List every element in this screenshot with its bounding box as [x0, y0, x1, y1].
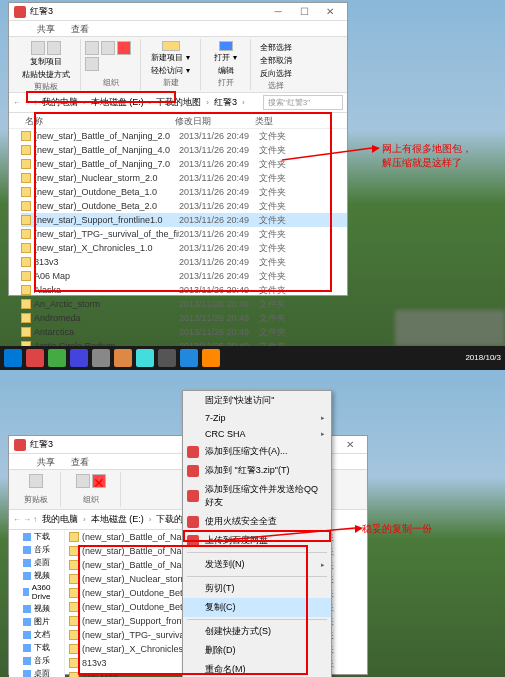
menu-item[interactable]: 添加到压缩文件(A)...: [183, 442, 331, 461]
file-row[interactable]: A06 Map2013/11/26 20:49文件夹: [21, 269, 347, 283]
copy-to-icon[interactable]: [101, 41, 115, 55]
file-name: (new_star)_X_Chronicles_1.0: [34, 243, 179, 253]
start-icon[interactable]: [4, 349, 22, 367]
minimize-button[interactable]: ─: [266, 5, 290, 19]
back-icon[interactable]: ←: [13, 98, 21, 107]
file-row[interactable]: (new_star)_X_Chronicles_1.02013/11/26 20…: [21, 241, 347, 255]
tb-app6[interactable]: [136, 349, 154, 367]
paste-shortcut[interactable]: 粘贴快捷方式: [18, 68, 74, 81]
bc-disk[interactable]: 本地磁盘 (E:): [88, 95, 147, 110]
sidebar-item[interactable]: 视频: [9, 602, 64, 615]
hdr-date[interactable]: 修改日期: [171, 113, 251, 128]
file-row[interactable]: (new_star)_Battle_of_Nanjing_2.02013/11/…: [21, 129, 347, 143]
tab-share[interactable]: 共享: [29, 21, 63, 36]
sidebar[interactable]: 下载音乐桌面视频A360 Drive视频图片文档下载音乐桌面本地磁盘 (C:)本…: [9, 530, 65, 677]
folder-icon: [21, 243, 31, 253]
copy-items[interactable]: 复制项目: [26, 55, 66, 68]
tb-app3[interactable]: [70, 349, 88, 367]
file-row[interactable]: (new_star)_Outdone_Beta_2.02013/11/26 20…: [21, 199, 347, 213]
sidebar-item[interactable]: 图片: [9, 615, 64, 628]
tb-app4[interactable]: [92, 349, 110, 367]
invert-select[interactable]: 反向选择: [256, 67, 296, 80]
file-row[interactable]: Antarctica2013/11/26 20:49文件夹: [21, 325, 347, 339]
tb-app9[interactable]: [202, 349, 220, 367]
file-date: 2013/11/26 20:49: [179, 243, 259, 253]
menu-separator: [187, 576, 327, 577]
sidebar-item[interactable]: A360 Drive: [9, 582, 64, 602]
fwd-icon[interactable]: →: [23, 98, 31, 107]
close-button[interactable]: ✕: [318, 5, 342, 19]
select-all[interactable]: 全部选择: [256, 41, 296, 54]
move-icon[interactable]: [76, 474, 90, 488]
file-row[interactable]: (new_star)_TPG-_survival_of_the_fittest2…: [21, 227, 347, 241]
paste-icon[interactable]: [47, 41, 61, 55]
taskbar-date[interactable]: 2018/10/3: [465, 354, 501, 362]
sidebar-item[interactable]: 桌面: [9, 667, 64, 677]
bc-pc[interactable]: 我的电脑: [39, 95, 81, 110]
pin-icon[interactable]: [29, 474, 43, 488]
menu-item[interactable]: 固定到"快速访问": [183, 391, 331, 410]
taskbar[interactable]: 2018/10/3: [0, 346, 505, 370]
tb-app7[interactable]: [158, 349, 176, 367]
delete-icon[interactable]: ✕: [92, 474, 106, 488]
menu-item[interactable]: 7-Zip: [183, 410, 331, 426]
maximize-button[interactable]: ☐: [292, 5, 316, 19]
up-icon[interactable]: ↑: [33, 98, 37, 107]
tab-view[interactable]: 查看: [63, 454, 97, 469]
menu-item[interactable]: 复制(C): [183, 598, 331, 617]
move-icon[interactable]: [85, 41, 99, 55]
file-name: (new_star)_Battle_of_Nanjing_2.0: [34, 131, 179, 141]
sidebar-item[interactable]: 音乐: [9, 654, 64, 667]
tab-share[interactable]: 共享: [29, 454, 63, 469]
breadcrumb[interactable]: ← → ↑ 我的电脑› 本地磁盘 (E:)› 下载的地图› 红警3› 搜索"红警…: [9, 93, 347, 113]
sidebar-item[interactable]: 下载: [9, 530, 64, 543]
hdr-name[interactable]: 名称: [21, 113, 171, 128]
properties-icon[interactable]: [219, 41, 233, 51]
menu-item[interactable]: 删除(D): [183, 641, 331, 660]
folder-icon: [21, 313, 31, 323]
new-item[interactable]: 新建项目 ▾: [147, 51, 193, 64]
close-button[interactable]: ✕: [338, 438, 362, 452]
file-row[interactable]: (new_star)_Support_frontline1.02013/11/2…: [21, 213, 347, 227]
menu-item[interactable]: 添加到 "红警3.zip"(T): [183, 461, 331, 480]
tb-app2[interactable]: [48, 349, 66, 367]
sidebar-item[interactable]: 音乐: [9, 543, 64, 556]
sidebar-item[interactable]: 视频: [9, 569, 64, 582]
folder-icon: [21, 159, 31, 169]
delete-icon[interactable]: [117, 41, 131, 55]
tb-app1[interactable]: [26, 349, 44, 367]
menu-item[interactable]: 重命名(M): [183, 660, 331, 677]
sidebar-item[interactable]: 文档: [9, 628, 64, 641]
file-row[interactable]: (new_star)_Nuclear_storm_2.02013/11/26 2…: [21, 171, 347, 185]
menu-item[interactable]: 创建快捷方式(S): [183, 622, 331, 641]
hdr-type[interactable]: 类型: [251, 113, 291, 128]
file-date: 2013/11/26 20:49: [179, 229, 259, 239]
tb-app8[interactable]: [180, 349, 198, 367]
easy-access[interactable]: 轻松访问 ▾: [147, 64, 193, 77]
menu-item[interactable]: CRC SHA: [183, 426, 331, 442]
sidebar-item[interactable]: 桌面: [9, 556, 64, 569]
file-name: (new_star)_Outdone_Beta_1.0: [34, 187, 179, 197]
file-row[interactable]: (new_star)_Outdone_Beta_1.02013/11/26 20…: [21, 185, 347, 199]
file-row[interactable]: Andromeda2013/11/26 20:49文件夹: [21, 311, 347, 325]
open-btn[interactable]: 打开 ▾: [210, 51, 240, 64]
sidebar-item[interactable]: 下载: [9, 641, 64, 654]
deselect-all[interactable]: 全部取消: [256, 54, 296, 67]
edit-btn[interactable]: 编辑: [214, 64, 238, 77]
file-row[interactable]: 813v32013/11/26 20:49文件夹: [21, 255, 347, 269]
file-type: 文件夹: [259, 284, 299, 297]
file-row[interactable]: Alaska2013/11/26 20:49文件夹: [21, 283, 347, 297]
bc-folder1[interactable]: 下载的地图: [153, 95, 204, 110]
tb-app5[interactable]: [114, 349, 132, 367]
menu-item[interactable]: 剪切(T): [183, 579, 331, 598]
bc-folder2[interactable]: 红警3: [211, 95, 240, 110]
file-row[interactable]: An_Arctic_storm2013/11/26 20:49文件夹: [21, 297, 347, 311]
menu-item[interactable]: 添加到压缩文件并发送给QQ好友: [183, 480, 331, 512]
tab-view[interactable]: 查看: [63, 21, 97, 36]
titlebar[interactable]: 红警3 ─ ☐ ✕: [9, 3, 347, 21]
menu-item[interactable]: 发送到(N): [183, 555, 331, 574]
search-input[interactable]: 搜索"红警3": [263, 95, 343, 110]
copy-icon[interactable]: [31, 41, 45, 55]
new-folder-icon[interactable]: [162, 41, 180, 51]
rename-icon[interactable]: [85, 57, 99, 71]
